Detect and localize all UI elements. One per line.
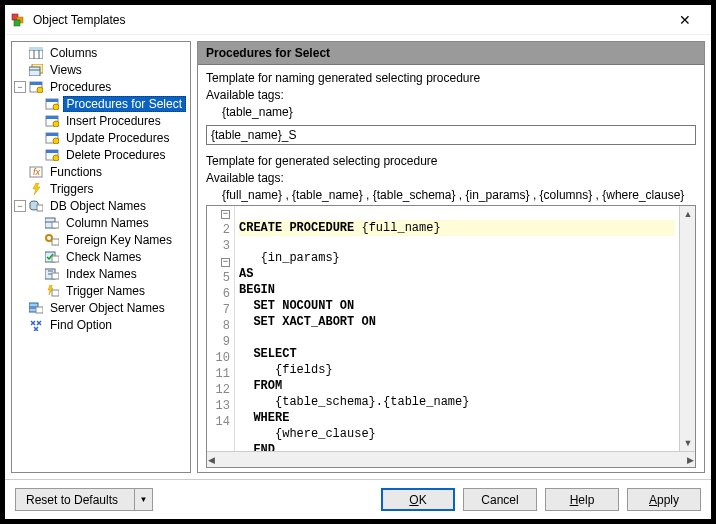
svg-rect-15 — [46, 99, 58, 102]
svg-rect-47 — [36, 307, 43, 313]
code-editor[interactable]: − 2 3 − 5 6 7 8 9 10 11 12 13 — [206, 205, 696, 468]
svg-rect-30 — [37, 205, 43, 211]
code-text[interactable]: CREATE PROCEDURE {full_name} {in_params}… — [235, 206, 679, 451]
dialog-window: Object Templates ✕ Columns — [4, 4, 712, 520]
tree-item-trigger-names[interactable]: Trigger Names — [30, 282, 190, 299]
tree-item-functions[interactable]: fx Functions — [14, 163, 190, 180]
vertical-scrollbar[interactable]: ▲ ▼ — [679, 206, 695, 451]
tree-label: Trigger Names — [63, 284, 148, 298]
tree-label: Delete Procedures — [63, 148, 168, 162]
tree-connector — [14, 47, 26, 59]
columns-icon — [28, 46, 44, 60]
fold-icon[interactable]: − — [221, 258, 230, 267]
tree-item-column-names[interactable]: Column Names — [30, 214, 190, 231]
views-icon — [28, 63, 44, 77]
tree-item-update-procedures[interactable]: Update Procedures — [30, 129, 190, 146]
procedures-icon — [28, 80, 44, 94]
tree-item-find-option[interactable]: Find Option — [14, 316, 190, 333]
body-caption: Template for generated selecting procedu… — [206, 154, 696, 168]
help-button[interactable]: Help — [545, 488, 619, 511]
svg-point-13 — [37, 87, 43, 93]
names-icon — [44, 267, 60, 281]
svg-rect-33 — [52, 222, 59, 228]
tree-label: Foreign Key Names — [63, 233, 175, 247]
tree-item-delete-procedures[interactable]: Delete Procedures — [30, 146, 190, 163]
tree-label: Triggers — [47, 182, 97, 196]
names-icon — [44, 250, 60, 264]
window-title: Object Templates — [33, 13, 665, 27]
collapse-icon[interactable]: − — [14, 81, 26, 93]
app-icon — [11, 12, 27, 28]
svg-rect-24 — [46, 150, 58, 153]
tree-item-triggers[interactable]: Triggers — [14, 180, 190, 197]
scroll-right-icon[interactable]: ▶ — [687, 455, 694, 465]
tree-item-server-object-names[interactable]: Server Object Names — [14, 299, 190, 316]
procedure-icon — [44, 148, 60, 162]
procedure-icon — [44, 131, 60, 145]
ok-button[interactable]: OK — [381, 488, 455, 511]
tree-item-procedures[interactable]: − Procedures — [14, 78, 190, 95]
available-tags-label-2: Available tags: — [206, 171, 696, 185]
tree-label: Views — [47, 63, 85, 77]
scroll-down-icon[interactable]: ▼ — [680, 435, 695, 451]
svg-rect-12 — [30, 82, 42, 85]
svg-point-22 — [53, 138, 59, 144]
tree-item-insert-procedures[interactable]: Insert Procedures — [30, 112, 190, 129]
dialog-footer: Reset to Defaults ▼ OK Cancel Help Apply — [5, 479, 711, 519]
svg-point-19 — [53, 121, 59, 127]
names-icon — [44, 216, 60, 230]
svg-rect-18 — [46, 116, 58, 119]
functions-icon: fx — [28, 165, 44, 179]
tree-label: Index Names — [63, 267, 140, 281]
svg-rect-9 — [29, 67, 40, 76]
scroll-up-icon[interactable]: ▲ — [680, 206, 695, 222]
tree-label: Functions — [47, 165, 105, 179]
tree-label: Procedures — [47, 80, 114, 94]
reset-dropdown[interactable]: ▼ — [135, 488, 153, 511]
apply-button[interactable]: Apply — [627, 488, 701, 511]
tree-label: Columns — [47, 46, 100, 60]
cancel-button[interactable]: Cancel — [463, 488, 537, 511]
svg-rect-45 — [29, 303, 38, 307]
svg-rect-42 — [52, 273, 59, 279]
horizontal-scrollbar[interactable]: ◀ ▶ — [207, 451, 695, 467]
server-names-icon — [28, 301, 44, 315]
tree-item-fk-names[interactable]: Foreign Key Names — [30, 231, 190, 248]
tree-item-columns[interactable]: Columns — [14, 44, 190, 61]
collapse-icon[interactable]: − — [14, 200, 26, 212]
tree-label: Server Object Names — [47, 301, 168, 315]
tree-item-db-object-names[interactable]: − DB Object Names — [14, 197, 190, 214]
close-button[interactable]: ✕ — [665, 12, 705, 28]
reset-button[interactable]: Reset to Defaults — [15, 488, 135, 511]
procedure-icon — [44, 97, 60, 111]
db-names-icon — [28, 199, 44, 213]
tree-label: Check Names — [63, 250, 144, 264]
svg-text:fx: fx — [33, 167, 41, 177]
tree-label: Column Names — [63, 216, 152, 230]
tree-item-check-names[interactable]: Check Names — [30, 248, 190, 265]
svg-rect-44 — [52, 290, 59, 296]
svg-rect-7 — [29, 47, 43, 50]
svg-rect-21 — [46, 133, 58, 136]
svg-point-16 — [53, 104, 59, 110]
body-tags: {full_name} , {table_name} , {table_sche… — [206, 188, 696, 202]
triggers-icon — [28, 182, 44, 196]
tree-label: DB Object Names — [47, 199, 149, 213]
procedure-icon — [44, 114, 60, 128]
tree-item-views[interactable]: Views — [14, 61, 190, 78]
detail-panel: Procedures for Select Template for namin… — [197, 41, 705, 473]
titlebar: Object Templates ✕ — [5, 5, 711, 35]
tree-item-procedures-select[interactable]: Procedures for Select — [30, 95, 190, 112]
fold-icon[interactable]: − — [221, 210, 230, 219]
available-tags-label: Available tags: — [206, 88, 696, 102]
tree-item-index-names[interactable]: Index Names — [30, 265, 190, 282]
naming-tags: {table_name} — [206, 105, 696, 119]
naming-template-input[interactable] — [206, 125, 696, 145]
code-gutter: − 2 3 − 5 6 7 8 9 10 11 12 13 — [207, 206, 235, 451]
find-icon — [28, 318, 44, 332]
svg-rect-38 — [52, 256, 59, 262]
svg-point-25 — [53, 155, 59, 161]
scroll-left-icon[interactable]: ◀ — [208, 455, 215, 465]
tree-label: Procedures for Select — [63, 96, 186, 112]
nav-tree[interactable]: Columns Views — [11, 41, 191, 473]
